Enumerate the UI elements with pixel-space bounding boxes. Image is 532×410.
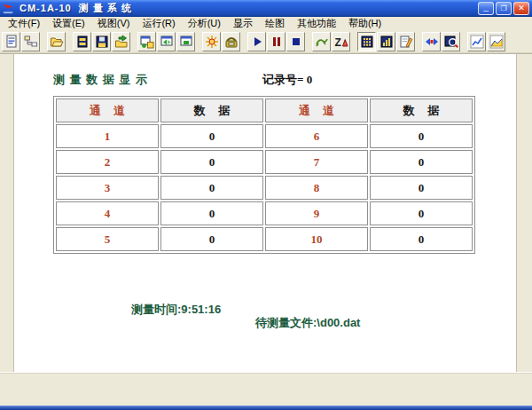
alarm-burst-icon (205, 35, 219, 49)
archive-box-icon (75, 35, 90, 49)
data-cell: 0 (370, 150, 473, 174)
data-cell: 0 (370, 124, 473, 148)
stop-measure-button[interactable] (286, 32, 305, 51)
report-button[interactable] (2, 32, 20, 51)
menu-item-plot[interactable]: 绘图 (259, 17, 291, 30)
data-cell: 0 (160, 176, 263, 200)
window-refresh-icon (160, 35, 174, 49)
toolbar: Z (0, 30, 532, 53)
open-folder-icon (50, 35, 64, 49)
footer-info: 测量时间:9:51:16 待测量文件:\d00.dat (14, 288, 516, 342)
zoom-data-button[interactable] (442, 32, 460, 51)
play-icon (250, 35, 264, 49)
window-copy-icon (140, 35, 154, 49)
menu-item-help[interactable]: 帮助(H) (342, 17, 387, 30)
telephone-icon (224, 35, 239, 49)
minimize-button[interactable]: ─ (478, 2, 494, 15)
export-folder-icon (114, 35, 129, 49)
sort-z-icon: Z (334, 35, 348, 49)
data-cell: 0 (160, 227, 263, 251)
channel-cell: 2 (56, 150, 159, 174)
save-icon (95, 35, 109, 49)
area-plot-icon (489, 35, 504, 49)
table-row: 2 0 7 0 (56, 150, 473, 174)
data-cell: 0 (160, 150, 263, 174)
grid-view-icon (360, 35, 374, 49)
channel-cell: 1 (56, 124, 159, 148)
channel-cell: 4 (56, 201, 159, 225)
channel-cell: 6 (265, 124, 368, 148)
table-row: 5 0 10 0 (56, 227, 473, 251)
window-refresh-button[interactable] (157, 32, 176, 51)
right-dock-strip (516, 54, 532, 372)
left-dock-strip (0, 54, 14, 372)
menu-item-other-functions[interactable]: 其他功能 (291, 17, 342, 30)
channel-cell: 3 (56, 176, 159, 200)
channel-cell: 5 (56, 227, 159, 251)
grid-view-button[interactable] (357, 32, 376, 51)
line-plot-button[interactable] (467, 32, 486, 51)
menubar: 文件(F) 设置(E) 视图(V) 运行(R) 分析(U) 显示 绘图 其他功能… (0, 17, 532, 30)
channel-cell: 8 (265, 176, 368, 200)
data-header-2: 数 据 (370, 99, 473, 122)
start-measure-button[interactable] (247, 32, 266, 51)
data-cell: 0 (160, 124, 263, 148)
menu-item-view[interactable]: 视图(V) (91, 17, 137, 30)
dragon-button[interactable] (312, 32, 331, 51)
data-cell: 0 (160, 201, 263, 225)
zoom-data-icon (444, 35, 458, 49)
sort-z-button[interactable]: Z (332, 32, 350, 51)
edit-sheet-icon (399, 35, 413, 49)
table-row: 1 0 6 0 (56, 124, 473, 148)
menu-item-run[interactable]: 运行(R) (136, 17, 181, 30)
data-cell: 0 (370, 176, 473, 200)
channel-header-2: 通 道 (265, 99, 368, 122)
titlebar: CM-1A-10 测 量 系 统 ─ ❐ ✕ (0, 0, 532, 17)
report-icon (4, 35, 19, 49)
tree-view-icon (24, 35, 38, 49)
mdi-area: 测 量 数 据 显 示 记录号= 0 通 道 数 据 通 道 数 据 1 0 6… (0, 53, 532, 372)
menu-item-settings[interactable]: 设置(E) (46, 17, 91, 30)
area-plot-button[interactable] (487, 32, 505, 51)
save-button[interactable] (92, 32, 111, 51)
svg-text:Z: Z (334, 35, 340, 48)
open-file-button[interactable] (47, 32, 66, 51)
data-header-1: 数 据 (160, 99, 263, 122)
menu-item-display[interactable]: 显示 (227, 17, 259, 30)
bar-chart-icon (379, 35, 394, 49)
transfer-icon (425, 35, 439, 49)
pending-file-label: 待测量文件:\d00.dat (255, 315, 360, 331)
dragon-icon (315, 35, 329, 49)
menu-item-analysis[interactable]: 分析(U) (182, 17, 227, 30)
data-cell: 0 (370, 201, 473, 225)
edit-sheet-button[interactable] (396, 32, 415, 51)
data-table: 通 道 数 据 通 道 数 据 1 0 6 0 2 0 7 0 (53, 96, 475, 254)
export-folder-button[interactable] (112, 32, 130, 51)
table-row: 4 0 9 0 (56, 201, 473, 225)
archive-button[interactable] (73, 32, 91, 51)
tree-view-button[interactable] (21, 32, 40, 51)
data-cell: 0 (370, 227, 473, 251)
menu-item-file[interactable]: 文件(F) (2, 17, 46, 30)
window-ok-icon (179, 35, 193, 49)
table-row: 3 0 8 0 (56, 176, 473, 200)
channel-header-1: 通 道 (56, 99, 159, 122)
telephone-button[interactable] (222, 32, 240, 51)
window-title: CM-1A-10 测 量 系 统 (20, 2, 478, 15)
window-copy-button[interactable] (137, 32, 156, 51)
table-header-row: 通 道 数 据 通 道 数 据 (56, 99, 473, 122)
close-button[interactable]: ✕ (513, 2, 529, 15)
app-icon (3, 2, 16, 15)
bar-chart-button[interactable] (377, 32, 395, 51)
transfer-button[interactable] (422, 32, 441, 51)
pause-measure-button[interactable] (267, 32, 286, 51)
channel-cell: 7 (265, 150, 368, 174)
channel-cell: 9 (265, 201, 368, 225)
measurement-form: 测 量 数 据 显 示 记录号= 0 通 道 数 据 通 道 数 据 1 0 6… (14, 54, 516, 372)
restore-button[interactable]: ❐ (496, 2, 512, 15)
channel-cell: 10 (265, 227, 368, 251)
window-ok-button[interactable] (176, 32, 195, 51)
measure-time-label: 测量时间:9:51:16 (131, 302, 221, 318)
statusbar (0, 372, 532, 406)
alarm-burst-button[interactable] (202, 32, 221, 51)
